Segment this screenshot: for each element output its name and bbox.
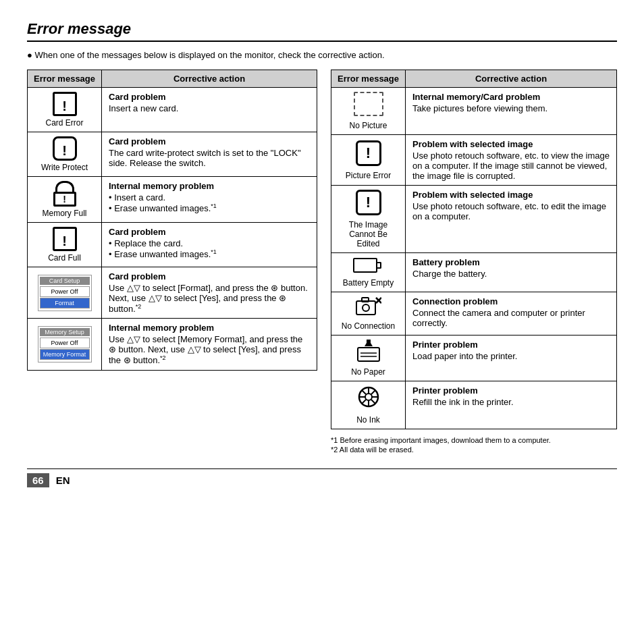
card-full-icon-cell: ! Card Full [28, 223, 102, 267]
left-table: Error message Corrective action ! Card E… [27, 70, 317, 455]
image-cannot-edit-action: Problem with selected image Use photo re… [406, 186, 617, 253]
table-row: ! Write Protect Card problem The card wr… [28, 132, 317, 177]
card-full-icon: ! [53, 227, 77, 251]
right-table: Error message Corrective action No Pictu… [331, 70, 617, 455]
no-picture-icon [354, 92, 383, 116]
table-row: ! Memory Full Internal memory problem • … [28, 177, 317, 223]
left-col1-header: Error message [28, 70, 102, 88]
no-paper-icon [356, 340, 381, 363]
table-row: Memory Setup Power Off Memory Format Int… [28, 319, 317, 370]
svg-rect-6 [367, 340, 371, 346]
card-setup-icon: Card Setup Power Off Format [38, 275, 92, 311]
memory-setup-action: Internal memory problem Use △▽ to select… [102, 319, 317, 370]
table-row: ! Card Full Card problem • Replace the c… [28, 223, 317, 267]
no-connection-icon-cell: No Connection [331, 292, 406, 336]
table-row: No Paper Printer problem Load paper into… [331, 336, 617, 381]
no-ink-label: No Ink [356, 415, 380, 425]
write-protect-action: Card problem The card write-protect swit… [102, 132, 317, 177]
svg-line-17 [371, 400, 375, 404]
table-row: No Picture Internal memory/Card problem … [331, 88, 617, 135]
no-connection-action: Connection problem Connect the camera an… [406, 292, 617, 336]
battery-empty-action: Battery problem Charge the battery. [406, 253, 617, 292]
page-number: 66 [27, 473, 49, 487]
footnote-2: *2 All data will be erased. [331, 446, 617, 454]
battery-empty-label: Battery Empty [343, 278, 394, 288]
page-lang-label: EN [56, 475, 70, 486]
memory-full-action: Internal memory problem • Insert a card.… [102, 177, 317, 223]
no-connection-label: No Connection [342, 321, 395, 331]
svg-point-2 [363, 304, 369, 311]
right-col2-header: Corrective action [406, 70, 617, 88]
card-error-icon-cell: ! Card Error [28, 88, 102, 132]
memory-full-icon: ! [53, 181, 76, 207]
battery-empty-icon-cell: Battery Empty [331, 253, 406, 292]
picture-error-action: Problem with selected image Use photo re… [406, 135, 617, 186]
picture-error-icon: ! [356, 140, 381, 166]
table-row: ! Picture Error Problem with selected im… [331, 135, 617, 186]
svg-line-18 [371, 390, 375, 394]
card-setup-icon-cell: Card Setup Power Off Format [28, 267, 102, 319]
card-error-label: Card Error [45, 118, 83, 128]
no-picture-action: Internal memory/Card problem Take pictur… [406, 88, 617, 135]
picture-error-icon-cell: ! Picture Error [331, 135, 406, 186]
page-title: Error message [27, 20, 617, 42]
memory-setup-icon-cell: Memory Setup Power Off Memory Format [28, 319, 102, 370]
no-paper-icon-cell: No Paper [331, 336, 406, 381]
intro-text: When one of the messages below is displa… [27, 50, 617, 60]
footnote-1: *1 Before erasing important images, down… [331, 436, 617, 444]
no-picture-icon-cell: No Picture [331, 88, 406, 135]
left-col2-header: Corrective action [102, 70, 317, 88]
card-error-action: Card problem Insert a new card. [102, 88, 317, 132]
memory-full-icon-cell: ! Memory Full [28, 177, 102, 223]
table-row: Card Setup Power Off Format Card problem… [28, 267, 317, 319]
write-protect-label: Write Protect [41, 163, 88, 172]
table-row: ! The Image Cannot Be Edited Problem wit… [331, 186, 617, 253]
svg-rect-7 [358, 348, 379, 361]
no-paper-label: No Paper [351, 367, 385, 377]
footnotes: *1 Before erasing important images, down… [331, 436, 617, 454]
no-ink-icon-cell: No Ink [331, 381, 406, 429]
card-full-action: Card problem • Replace the card.• Erase … [102, 223, 317, 267]
footer: 66 EN [27, 468, 617, 487]
picture-error-label: Picture Error [346, 171, 391, 180]
svg-rect-1 [362, 298, 369, 302]
table-row: ! Card Error Card problem Insert a new c… [28, 88, 317, 132]
card-full-label: Card Full [48, 253, 81, 263]
svg-point-11 [365, 394, 372, 400]
battery-empty-icon [353, 257, 384, 273]
write-protect-icon-cell: ! Write Protect [28, 132, 102, 177]
no-ink-icon [356, 385, 381, 410]
image-cannot-edit-icon: ! [356, 190, 381, 215]
no-connection-icon [356, 296, 381, 317]
table-row: No Connection Connection problem Connect… [331, 292, 617, 336]
right-col1-header: Error message [331, 70, 406, 88]
memory-setup-icon: Memory Setup Power Off Memory Format [38, 326, 92, 363]
write-protect-icon: ! [53, 136, 77, 161]
no-ink-action: Printer problem Refill the ink in the pr… [406, 381, 617, 429]
card-setup-action: Card problem Use △▽ to select [Format], … [102, 267, 317, 319]
svg-line-16 [362, 390, 366, 394]
card-error-icon: ! [53, 92, 77, 116]
memory-full-label: Memory Full [42, 209, 86, 218]
image-cannot-edit-label: The Image Cannot Be Edited [337, 220, 400, 248]
no-paper-action: Printer problem Load paper into the prin… [406, 336, 617, 381]
svg-line-19 [362, 400, 366, 404]
svg-rect-0 [356, 301, 375, 315]
table-row: Battery Empty Battery problem Charge the… [331, 253, 617, 292]
image-cannot-edit-icon-cell: ! The Image Cannot Be Edited [331, 186, 406, 253]
no-picture-label: No Picture [349, 121, 387, 130]
table-row: No Ink Printer problem Refill the ink in… [331, 381, 617, 429]
